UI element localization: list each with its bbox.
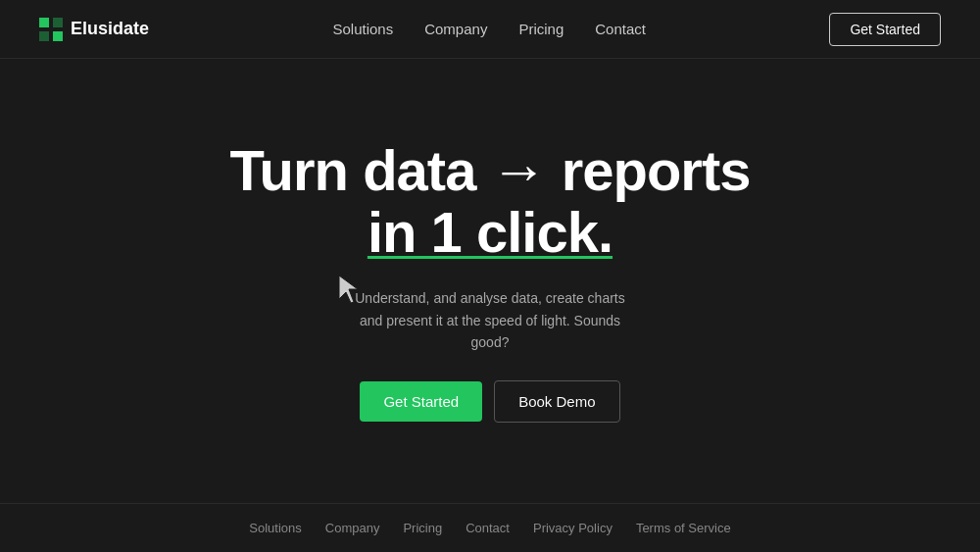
logo[interactable]: Elusidate xyxy=(39,18,149,41)
header: Elusidate Solutions Company Pricing Cont… xyxy=(0,0,980,59)
hero-title-part3: in 1 click. xyxy=(368,200,612,264)
nav-pricing[interactable]: Pricing xyxy=(518,21,564,37)
footer-privacy-policy[interactable]: Privacy Policy xyxy=(533,521,612,535)
hero-title-arrow: → xyxy=(491,138,547,202)
hero-title-part1: Turn data xyxy=(229,138,475,202)
nav-solutions[interactable]: Solutions xyxy=(332,21,393,37)
footer-company[interactable]: Company xyxy=(325,521,380,535)
footer: Solutions Company Pricing Contact Privac… xyxy=(0,503,980,552)
nav-contact[interactable]: Contact xyxy=(595,21,646,37)
footer-contact[interactable]: Contact xyxy=(466,521,510,535)
svg-rect-1 xyxy=(53,18,63,27)
brand-name: Elusidate xyxy=(71,19,149,39)
footer-pricing[interactable]: Pricing xyxy=(403,521,442,535)
hero-title-part2: reports xyxy=(562,138,751,202)
footer-solutions[interactable]: Solutions xyxy=(249,521,301,535)
svg-rect-3 xyxy=(53,31,63,41)
hero-book-demo-button[interactable]: Book Demo xyxy=(494,380,619,423)
svg-rect-2 xyxy=(39,31,49,41)
main-nav: Solutions Company Pricing Contact xyxy=(332,21,645,37)
header-get-started-button[interactable]: Get Started xyxy=(829,13,941,46)
nav-company[interactable]: Company xyxy=(424,21,487,37)
hero-buttons: Get Started Book Demo xyxy=(360,380,619,423)
hero-title: Turn data → reports in 1 click. xyxy=(229,139,750,265)
hero-section: Turn data → reports in 1 click. Understa… xyxy=(0,59,980,503)
svg-rect-0 xyxy=(39,18,49,27)
hero-get-started-button[interactable]: Get Started xyxy=(360,381,482,422)
logo-icon xyxy=(39,18,63,41)
footer-terms-of-service[interactable]: Terms of Service xyxy=(636,521,731,535)
hero-subtitle: Understand, and analyse data, create cha… xyxy=(353,287,627,353)
